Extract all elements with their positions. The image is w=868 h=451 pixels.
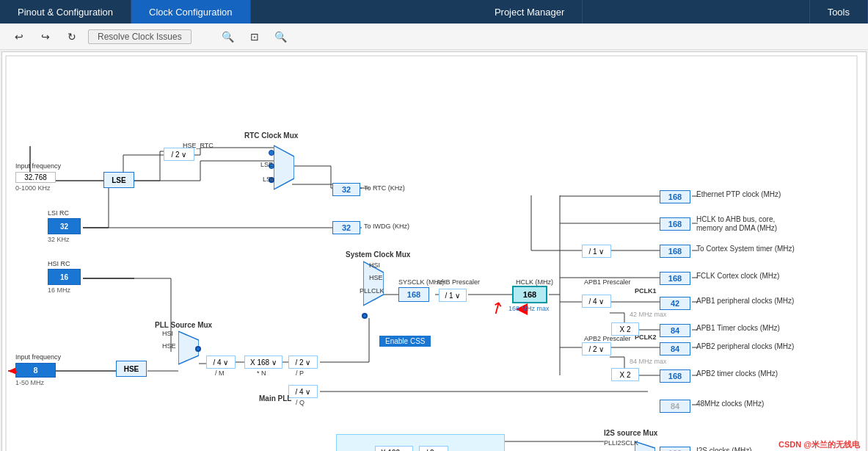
- hsi-unit: 16 MHz: [48, 286, 70, 294]
- pll-src-hsi: HSI: [162, 330, 173, 337]
- hse-block: HSE: [116, 361, 147, 377]
- apb2-div2[interactable]: / 2 ∨: [582, 342, 611, 356]
- pll-p-label: / P: [296, 369, 304, 377]
- sys-mux-pllclk: PLLCLK: [360, 287, 384, 295]
- 48mhz-value: 84: [660, 400, 690, 413]
- main-content: Input frequency 32.768 0-1000 KHz Input …: [1, 51, 867, 451]
- apb1-prescaler-label: APB1 Prescaler: [584, 278, 631, 286]
- i2s-label: I2S clocks (MHz): [696, 447, 752, 451]
- pll-x168[interactable]: X 168 ∨: [244, 356, 282, 369]
- sys-mux-pllclk-sel: [362, 313, 368, 319]
- clock-diagram: Input frequency 32.768 0-1000 KHz Input …: [2, 52, 866, 451]
- iwdg-value[interactable]: 32: [332, 221, 360, 234]
- resolve-clock-issues-button[interactable]: Resolve Clock Issues: [88, 29, 192, 44]
- lsi-rc-label: LSI RC: [48, 209, 69, 217]
- hclk-value[interactable]: 168: [512, 286, 547, 303]
- apb2-prescaler-label: APB2 Prescaler: [584, 335, 631, 342]
- 48mhz-label: 48MHz clocks (MHz): [696, 400, 764, 408]
- eth-ptp-label: Ethernet PTP clock (MHz): [696, 190, 781, 198]
- pll-src-hse: HSE: [162, 342, 176, 350]
- hclk-ahb-label: HCLK to AHB bus, core,: [696, 215, 775, 223]
- zoom-fit-button[interactable]: ⊡: [244, 28, 265, 46]
- lsi-value-box[interactable]: 32: [48, 218, 81, 234]
- pll-q-label: / Q: [296, 399, 304, 406]
- lsi-unit: 32 KHz: [48, 236, 70, 243]
- hclk-max-label: 168 MHz max: [508, 305, 550, 312]
- sys-mux-hse: HSE: [369, 274, 383, 281]
- rtc-mux-shape: [274, 142, 294, 193]
- lsi-mux-label: LSI: [263, 176, 273, 183]
- apb1-x2[interactable]: X 2: [611, 322, 639, 336]
- plli2s-div2-r[interactable]: / 2 ∨: [419, 446, 448, 451]
- input-freq-unit-2: 1-50 MHz: [15, 379, 44, 386]
- redo-button[interactable]: ↪: [35, 28, 56, 46]
- apb1-div4[interactable]: / 4 ∨: [582, 295, 611, 308]
- apb2-timer-label: APB2 timer clocks (MHz): [696, 369, 778, 378]
- pll-div4[interactable]: / 4 ∨: [206, 356, 236, 369]
- ahb-div1[interactable]: / 1 ∨: [439, 289, 467, 302]
- pclk1-max-label: 42 MHz max: [630, 311, 667, 318]
- apb1-timer-value: 84: [660, 324, 690, 337]
- hsi-value-box[interactable]: 16: [48, 269, 81, 285]
- pll-div4-q[interactable]: / 4 ∨: [288, 385, 318, 398]
- hsi-rc-label: HSI RC: [48, 260, 70, 267]
- input-freq-unit-1: 0-1000 KHz: [15, 184, 51, 192]
- input-freq-value-1[interactable]: 32.768: [15, 172, 56, 183]
- main-pll-label: Main PLL: [259, 394, 291, 403]
- apb2-x2[interactable]: X 2: [611, 368, 639, 381]
- input-freq-label-1: Input frequency: [15, 162, 61, 170]
- hclk-ahb-value: 168: [660, 217, 690, 231]
- pclk1-label: PCLK1: [635, 287, 657, 295]
- refresh-button[interactable]: ↻: [62, 28, 82, 46]
- top-navigation: Pinout & Configuration Clock Configurati…: [0, 0, 868, 24]
- nav-pinout[interactable]: Pinout & Configuration: [0, 0, 131, 24]
- fclk-value: 168: [660, 272, 690, 285]
- sys-mux-hsi: HSI: [369, 261, 380, 269]
- nav-tools[interactable]: Tools: [809, 0, 868, 24]
- zoom-out-button[interactable]: 🔍: [271, 28, 291, 46]
- apb2-periph-value: 84: [660, 342, 690, 356]
- watermark: CSDN @米兰的无线电: [778, 439, 860, 450]
- hse-rtc-label: HSE_RTC: [183, 142, 214, 149]
- nav-project-manager[interactable]: Project Manager: [477, 0, 583, 24]
- apb2-timer-value: 168: [660, 369, 690, 383]
- svg-marker-79: [274, 145, 294, 190]
- hclk-ahb-label2: memory and DMA (MHz): [696, 224, 777, 232]
- cortex-div1[interactable]: / 1 ∨: [582, 245, 611, 258]
- hclk-label: HCLK (MHz): [516, 278, 553, 286]
- input-freq-label-2: Input frequency: [15, 353, 61, 361]
- svg-rect-0: [6, 56, 857, 451]
- undo-button[interactable]: ↩: [9, 28, 29, 46]
- i2s-plli2sclk-label: PLLI2SCLK: [604, 439, 638, 447]
- plli2s-x192[interactable]: X 192 ∨: [375, 446, 413, 451]
- to-rtc-label: To RTC (KHz): [364, 184, 405, 192]
- ahb-prescaler-label: AHB Prescaler: [437, 278, 480, 286]
- rtc-value[interactable]: 32: [332, 183, 360, 196]
- red-arrow-hclk: ↗: [486, 296, 508, 320]
- cortex-sys-label: To Cortex System timer (MHz): [696, 245, 795, 253]
- lse-mux-label: LSE: [260, 161, 273, 168]
- apb1-periph-label: APB1 peripheral clocks (MHz): [696, 297, 794, 305]
- zoom-in-button[interactable]: 🔍: [218, 28, 238, 46]
- rtc-clock-mux-label: RTC Clock Mux: [244, 131, 298, 140]
- pll-div2-p[interactable]: / 2 ∨: [288, 356, 318, 369]
- red-arrow-input: →: [8, 365, 20, 378]
- apb2-periph-label: APB2 peripheral clocks (MHz): [696, 342, 794, 350]
- pll-m-label: / M: [215, 369, 225, 377]
- rtc-mux-sel-hse: [269, 150, 274, 156]
- eth-ptp-value: 168: [660, 190, 690, 203]
- hse-div2-rtc[interactable]: / 2 ∨: [164, 148, 194, 161]
- i2s-source-mux-label: I2S source Mux: [604, 429, 657, 437]
- apb1-periph-value: 42: [660, 297, 690, 310]
- sysclk-value[interactable]: 168: [398, 287, 429, 302]
- cortex-sys-value: 168: [660, 245, 690, 258]
- pclk2-max-label: 84 MHz max: [630, 358, 667, 365]
- toolbar: ↩ ↪ ↻ Resolve Clock Issues 🔍 ⊡ 🔍: [0, 24, 868, 50]
- input-freq-value-2[interactable]: 8: [15, 363, 56, 378]
- lse-block: LSE: [103, 172, 134, 188]
- pll-src-hse-sel: [195, 346, 201, 352]
- enable-css-button[interactable]: Enable CSS: [379, 336, 431, 347]
- to-iwdg-label: To IWDG (KHz): [364, 223, 409, 230]
- nav-clock-config[interactable]: Clock Configuration: [131, 0, 250, 24]
- i2s-value: 192: [660, 447, 690, 451]
